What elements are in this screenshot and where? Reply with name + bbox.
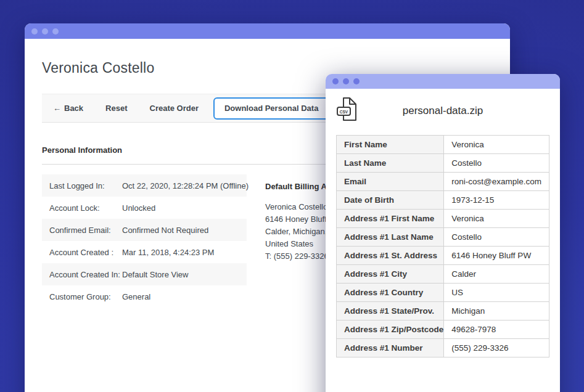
csv-row-label: Address #1 First Name [337, 210, 444, 228]
csv-table-row: Last NameCostello [337, 154, 549, 173]
window-control-dot[interactable] [353, 78, 360, 84]
window-control-dot[interactable] [332, 78, 339, 84]
csv-row-value: US [444, 284, 549, 302]
csv-table-row: Date of Birth1973-12-15 [337, 191, 549, 210]
info-row: Account Created :Mar 11, 2018, 4:24:23 P… [42, 241, 247, 263]
csv-row-label: Address #1 Country [337, 284, 444, 302]
csv-row-label: Address #1 Zip/Postcode [337, 321, 444, 339]
info-row: Account Created In:Default Store View [42, 263, 247, 285]
csv-table-row: Emailroni-cost@example.com [337, 173, 549, 191]
info-row-value: Confirmed Not Required [122, 226, 247, 235]
download-personal-data-button[interactable]: Download Personal Data [213, 97, 329, 120]
csv-row-value: 49628-7978 [444, 321, 549, 339]
window-control-dot[interactable] [31, 28, 38, 35]
csv-row-value: Costello [444, 154, 549, 173]
info-row-value: Mar 11, 2018, 4:24:23 PM [122, 248, 247, 257]
csv-row-value: Veronica [444, 136, 549, 154]
csv-row-value: Veronica [444, 210, 549, 228]
personal-data-file-window: CSV personal-data.zip First NameVeronica… [326, 74, 560, 392]
info-row-label: Confirmed Email: [49, 226, 122, 235]
back-arrow-icon: ← [53, 104, 61, 113]
csv-row-label: Address #1 State/Prov. [337, 302, 444, 321]
back-button-label: Back [64, 104, 83, 113]
csv-table-row: Address #1 Number(555) 229-3326 [337, 339, 549, 357]
csv-row-value: 1973-12-15 [444, 191, 549, 210]
personal-data-table: First NameVeronicaLast NameCostelloEmail… [336, 135, 549, 357]
info-row: Last Logged In:Oct 22, 2020, 12:28:24 PM… [42, 174, 247, 197]
window-control-dot[interactable] [42, 28, 48, 35]
back-button[interactable]: ←Back [42, 104, 94, 113]
window-titlebar [25, 23, 510, 39]
file-name: personal-data.zip [326, 105, 560, 117]
window-titlebar [326, 74, 560, 89]
info-row-value: Default Store View [122, 270, 247, 279]
csv-row-label: First Name [337, 136, 444, 154]
csv-row-value: roni-cost@example.com [444, 173, 549, 191]
info-row: Account Lock:Unlocked [42, 197, 247, 219]
csv-row-value: (555) 229-3326 [444, 339, 549, 357]
csv-row-label: Address #1 Last Name [337, 228, 444, 247]
info-row-label: Customer Group: [49, 292, 122, 301]
personal-information-section-title: Personal Information [42, 145, 122, 155]
csv-row-label: Address #1 St. Address [337, 247, 444, 265]
window-control-dot[interactable] [343, 78, 349, 84]
csv-table-row: Address #1 State/Prov.Michigan [337, 302, 549, 321]
info-row: Confirmed Email:Confirmed Not Required [42, 219, 247, 241]
personal-info-table: Last Logged In:Oct 22, 2020, 12:28:24 PM… [42, 174, 247, 308]
csv-table-row: Address #1 St. Address6146 Honey Bluff P… [337, 247, 549, 265]
info-row-value: Unlocked [122, 203, 247, 213]
csv-row-value: Costello [444, 228, 549, 247]
info-row-label: Last Logged In: [49, 181, 122, 190]
window-control-dot[interactable] [52, 28, 59, 35]
csv-table-row: Address #1 CityCalder [337, 265, 549, 284]
info-row-label: Account Created In: [49, 270, 122, 279]
info-row-value: Oct 22, 2020, 12:28:24 PM (Offline) [122, 181, 249, 190]
info-row-label: Account Created : [49, 248, 122, 257]
csv-row-label: Address #1 City [337, 265, 444, 284]
info-row-label: Account Lock: [49, 203, 122, 213]
csv-table-row: Address #1 Last NameCostello [337, 228, 549, 247]
csv-table-row: Address #1 CountryUS [337, 284, 549, 302]
csv-row-value: Calder [444, 265, 549, 284]
csv-table-body: First NameVeronicaLast NameCostelloEmail… [337, 136, 549, 357]
csv-table-row: Address #1 First NameVeronica [337, 210, 549, 228]
file-header: CSV personal-data.zip [326, 89, 560, 135]
info-row: Customer Group:General [42, 285, 247, 308]
csv-table-row: First NameVeronica [337, 136, 549, 154]
csv-row-value: 6146 Honey Bluff PW [444, 247, 549, 265]
csv-row-label: Last Name [337, 154, 444, 173]
csv-row-label: Address #1 Number [337, 339, 444, 357]
csv-row-label: Email [337, 173, 444, 191]
info-row-value: General [122, 292, 247, 301]
csv-table-row: Address #1 Zip/Postcode49628-7978 [337, 321, 549, 339]
csv-row-value: Michigan [444, 302, 549, 321]
reset-button[interactable]: Reset [94, 104, 138, 113]
create-order-button[interactable]: Create Order [139, 104, 210, 113]
csv-row-label: Date of Birth [337, 191, 444, 210]
